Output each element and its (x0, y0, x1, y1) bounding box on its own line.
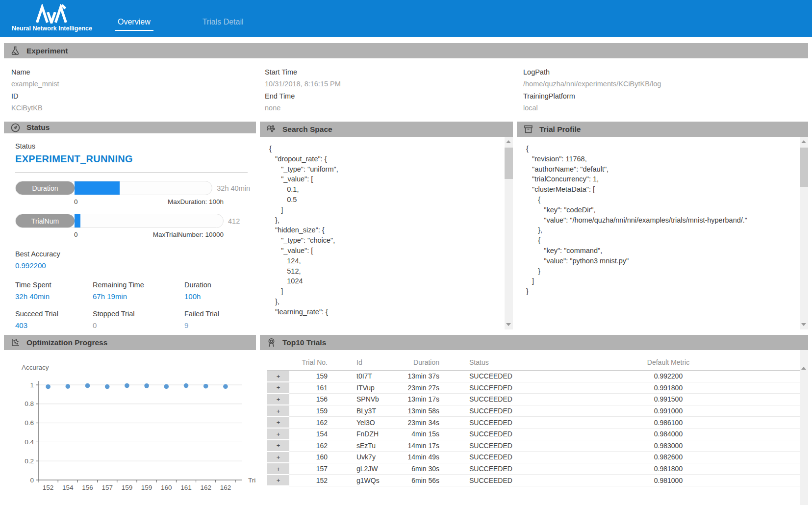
status-panel-header: Status (4, 122, 256, 133)
trial-id-cell: g1WQs (338, 475, 395, 486)
search-space-header: Search Space (260, 122, 513, 137)
trial-id-cell: Yel3O (338, 417, 395, 429)
table-row: +159t0I7T13min 37sSUCCEEDED0.992200 (267, 371, 800, 382)
best-accuracy-label: Best Accuracy (15, 250, 250, 258)
y-axis-title: Accuracy (22, 364, 256, 371)
duration-cell: 4min 15s (395, 428, 446, 440)
trialnum-bar-value: 412 (228, 217, 240, 225)
experiment-col-1: Name example_mnist ID KCiBytKB (11, 64, 265, 112)
table-row: +161ITVup23min 27sSUCCEEDED0.991800 (267, 382, 800, 394)
svg-text:0.6: 0.6 (25, 419, 34, 427)
name-value: example_mnist (11, 80, 265, 88)
expand-row-button[interactable]: + (267, 394, 289, 405)
expand-row-button[interactable]: + (267, 417, 289, 429)
duration-cell: 14min 49s (395, 452, 446, 463)
search-space-panel: Search Space { "dropout_rate": { "_type"… (260, 122, 513, 329)
nav-tabs: Overview Trials Detail (115, 18, 247, 31)
tab-trials-detail[interactable]: Trials Detail (200, 18, 247, 31)
bottom-panels: Optimization Progress Accuracy 00.20.40.… (4, 335, 808, 505)
trial-no-cell: 156 (289, 394, 338, 405)
trialnum-bar-track (75, 214, 223, 227)
status-cell: SUCCEEDED (446, 452, 537, 463)
duration-bar-label: Duration (16, 181, 75, 195)
scroll-up-icon[interactable] (801, 140, 806, 143)
status-panel: Status Status EXPERIMENT_RUNNING Duratio… (4, 122, 256, 329)
svg-text:Trial: Trial (248, 477, 256, 484)
expand-row-button[interactable]: + (267, 382, 289, 394)
metric-cell: 0.983000 (537, 440, 800, 452)
scroll-up-icon[interactable] (801, 367, 806, 370)
experiment-col-2: Start Time 10/31/2018, 8:16:15 PM End Ti… (265, 64, 523, 112)
duration-bar-track (75, 181, 212, 195)
svg-text:0.4: 0.4 (25, 438, 34, 446)
duration-bar-sub: 0 MaxDuration: 100h (74, 198, 224, 205)
duration-cell: 6min 30s (395, 463, 446, 475)
status-cell: SUCCEEDED (446, 475, 537, 486)
trial-no-cell: 162 (289, 440, 338, 452)
duration-progress-bar: Duration (15, 181, 212, 195)
duration-cell: 13min 58s (395, 405, 446, 417)
expand-row-button[interactable]: + (267, 371, 289, 382)
scrollbar-thumb[interactable] (800, 148, 808, 187)
flask-icon (10, 46, 20, 56)
top10-scrollbar[interactable] (800, 350, 808, 505)
svg-text:152: 152 (43, 484, 54, 491)
trial-id-cell: SPNVb (338, 394, 395, 405)
end-time-value: none (265, 104, 523, 112)
trial-no-cell: 157 (289, 463, 338, 475)
status-cell: SUCCEEDED (446, 440, 537, 452)
trialnum-bar-sub: 0 MaxTrialNumber: 10000 (74, 231, 224, 238)
trialnum-min: 0 (74, 231, 78, 238)
experiment-details: Name example_mnist ID KCiBytKB Start Tim… (0, 58, 812, 119)
name-label: Name (11, 68, 265, 76)
scrollbar-thumb[interactable] (505, 148, 513, 179)
duration-progress-row: Duration 32h 40min (15, 181, 250, 195)
status-label: Status (15, 142, 250, 150)
search-space-title: Search Space (282, 125, 332, 134)
expand-row-button[interactable]: + (267, 452, 289, 463)
id-value: KCiBytKB (11, 104, 265, 112)
trial-profile-scrollbar[interactable] (800, 137, 808, 329)
tab-overview[interactable]: Overview (115, 18, 153, 31)
expand-row-button[interactable]: + (267, 463, 289, 475)
top10-trials-title: Top10 Trials (282, 338, 326, 347)
scroll-down-icon[interactable] (506, 323, 511, 326)
table-row: +154FnDZH4min 15sSUCCEEDED0.984000 (267, 428, 800, 440)
duration-bar-fill (75, 181, 120, 195)
duration-max: MaxDuration: 100h (168, 198, 224, 205)
table-row: +159BLy3T13min 58sSUCCEEDED0.991000 (267, 405, 800, 417)
svg-text:0.8: 0.8 (25, 400, 34, 407)
svg-text:0: 0 (30, 477, 34, 484)
table-row: +156SPNVb13min 17sSUCCEEDED0.991500 (267, 394, 800, 405)
col-status: Status (446, 356, 537, 371)
expand-row-button[interactable]: + (267, 440, 289, 452)
svg-text:1: 1 (30, 381, 34, 389)
status-stats-row-1: Time Spent 32h 40min Remaining Time 67h … (15, 281, 250, 301)
start-time-label: Start Time (265, 68, 523, 76)
search-space-scrollbar[interactable] (505, 137, 513, 329)
trial-no-cell: 154 (289, 428, 338, 440)
duration-cell: 14min 17s (395, 440, 446, 452)
table-row: +162Yel3O23min 34sSUCCEEDED0.986100 (267, 417, 800, 429)
trial-id-cell: sEzTu (338, 440, 395, 452)
svg-text:157: 157 (102, 484, 113, 491)
search-space-body: { "dropout_rate": { "_type": "uniform", … (260, 137, 513, 329)
top10-body: Trial No. Id Duration Status Default Met… (260, 350, 808, 486)
expand-row-button[interactable]: + (267, 428, 289, 440)
duration-cell: 13min 37s (395, 371, 446, 382)
duration-bar-value: 32h 40min (217, 184, 250, 192)
scroll-up-icon[interactable] (506, 140, 511, 143)
col-id: Id (338, 356, 395, 371)
stopped-trial: Stopped Trial 0 (93, 310, 184, 329)
expand-row-button[interactable]: + (267, 475, 289, 486)
svg-text:0.2: 0.2 (25, 457, 34, 465)
trial-no-cell: 161 (289, 382, 338, 394)
expand-row-button[interactable]: + (267, 405, 289, 417)
expand-column-header (267, 356, 289, 371)
scroll-down-icon[interactable] (801, 323, 806, 326)
svg-text:156: 156 (82, 484, 93, 491)
status-value: EXPERIMENT_RUNNING (15, 153, 250, 165)
col-trial-no: Trial No. (289, 356, 338, 371)
metric-cell: 0.991800 (537, 382, 800, 394)
trial-id-cell: BLy3T (338, 405, 395, 417)
